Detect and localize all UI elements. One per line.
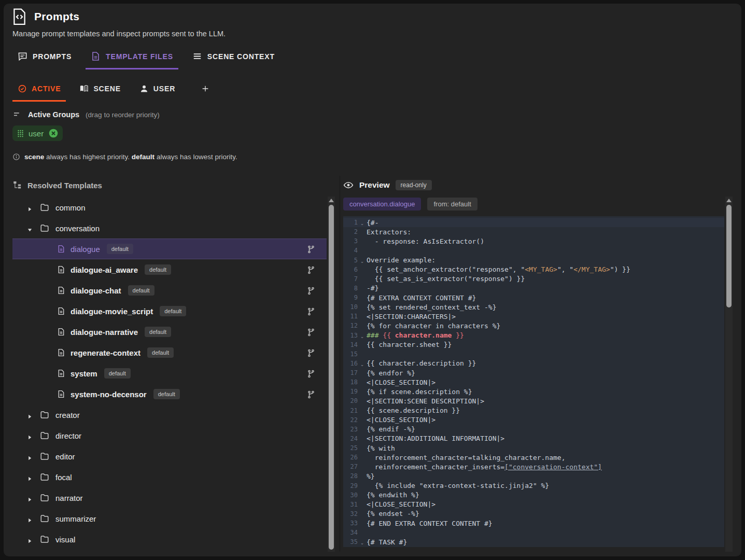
book-icon [79, 84, 89, 93]
fork-icon[interactable] [307, 370, 315, 377]
code-line-26: 26 reinforcement_character=talking_chara… [343, 453, 724, 462]
group-chip-user[interactable]: user [12, 125, 63, 141]
folder-icon [40, 493, 49, 502]
fold-gutter [358, 390, 367, 393]
code-text: {% if scene.description %} [367, 388, 472, 396]
code-line-12: 12{% for character in characters %} [343, 321, 724, 330]
readonly-badge: read-only [396, 180, 432, 190]
caret-right-icon[interactable] [27, 412, 33, 418]
fold-chevron-icon[interactable]: ⌄ [358, 360, 367, 367]
scroll-up-arrow[interactable] [726, 199, 732, 202]
file-icon [57, 390, 65, 398]
tree-folder-narrator[interactable]: narrator [12, 487, 327, 508]
line-number: 6 [343, 266, 358, 273]
template-tree[interactable]: commonconversationdialoguedefaultdialogu… [12, 197, 327, 549]
tree-folder-common[interactable]: common [12, 197, 327, 218]
line-number: 5 [343, 257, 358, 264]
fold-chevron-icon[interactable]: ⌄ [358, 219, 367, 226]
active-groups-header: Active Groups (drag to reorder priority) [12, 110, 733, 119]
line-number: 27 [343, 463, 358, 470]
tree-folder-visual[interactable]: visual [12, 529, 327, 549]
default-badge: default [160, 306, 186, 316]
code-text: {{ set_anchor_extractor("response", "<MY… [367, 265, 630, 273]
caret-down-icon[interactable] [27, 226, 33, 231]
scrollbar-thumb[interactable] [726, 205, 732, 307]
tree-file-dialogue-narrative[interactable]: dialogue-narrativedefault [12, 321, 327, 342]
fold-gutter [358, 475, 367, 477]
caret-right-icon[interactable] [27, 516, 33, 522]
folder-label: focal [55, 473, 72, 482]
tree-file-dialogue-movie_script[interactable]: dialogue-movie_scriptdefault [12, 301, 327, 321]
fork-icon[interactable] [307, 328, 315, 336]
tab-label: USER [153, 85, 175, 93]
folder-icon [40, 203, 49, 212]
fold-chevron-icon[interactable]: ⌄ [358, 332, 367, 339]
fold-chevron-icon[interactable]: ⌄ [358, 257, 367, 264]
scrollbar-thumb[interactable] [329, 205, 334, 550]
remove-group-icon[interactable] [48, 128, 59, 138]
code-text: {% set rendered_context_text -%} [367, 303, 496, 311]
code-text: {# EXTRA CONTEXT CONTENT #} [367, 294, 476, 302]
caret-right-icon[interactable] [27, 474, 33, 480]
fork-icon[interactable] [307, 390, 315, 398]
fork-icon[interactable] [307, 287, 315, 295]
active-groups-hint: (drag to reorder priority) [86, 111, 160, 119]
code-line-21: 21{{ scene.description }} [343, 406, 724, 415]
caret-right-icon[interactable] [27, 454, 33, 459]
tree-file-system-no-decensor[interactable]: system-no-decensordefault [12, 384, 327, 404]
code-line-1: 1⌄{#- [343, 218, 724, 227]
fork-icon[interactable] [307, 266, 315, 274]
code-text: ### {{ character.name }} [367, 331, 464, 339]
drag-handle-icon[interactable] [17, 130, 24, 137]
tab-active[interactable]: ACTIVE [12, 82, 66, 102]
tree-folder-editor[interactable]: editor [12, 446, 327, 467]
tab-scene[interactable]: SCENE [74, 82, 125, 102]
group-chip-row: user [12, 125, 733, 141]
fold-chevron-icon[interactable]: ⌄ [358, 538, 367, 545]
template-source-chip: from: default [427, 198, 477, 211]
code-line-5: 5⌄Override example: [343, 256, 724, 265]
code-line-9: 9{# EXTRA CONTEXT CONTENT #} [343, 293, 724, 302]
fork-icon[interactable] [307, 245, 315, 253]
tab-prompts[interactable]: PROMPTS [12, 48, 77, 69]
fold-gutter [358, 447, 367, 449]
caret-right-icon[interactable] [27, 495, 33, 501]
scroll-up-arrow[interactable] [329, 199, 334, 202]
code-editor[interactable]: 1⌄{#-2Extractors:3 - response: AsIsExtra… [343, 216, 724, 547]
preview-title: Preview [359, 180, 390, 190]
caret-right-icon[interactable] [27, 537, 33, 542]
preview-chip-row: conversation.dialogue from: default [343, 198, 733, 211]
line-number: 4 [343, 247, 358, 254]
tree-panel-title: Resolved Templates [27, 181, 102, 190]
tree-folder-focal[interactable]: focal [12, 467, 327, 487]
template-path-chip: conversation.dialogue [343, 198, 421, 211]
tree-file-dialogue-chat[interactable]: dialogue-chatdefault [12, 280, 327, 301]
tab-template-files[interactable]: TEMPLATE FILES [86, 48, 178, 69]
code-text: Extractors: [367, 228, 411, 236]
fork-icon[interactable] [307, 307, 315, 315]
tree-file-regenerate-context[interactable]: regenerate-contextdefault [12, 342, 327, 363]
caret-right-icon[interactable] [27, 205, 33, 211]
fork-icon[interactable] [307, 349, 315, 357]
tree-file-system[interactable]: systemdefault [12, 363, 327, 384]
tree-folder-director[interactable]: director [12, 425, 327, 446]
tree-file-dialogue-ai_aware[interactable]: dialogue-ai_awaredefault [12, 259, 327, 280]
code-text: {{ set_as_is_extractor("response") }} [367, 275, 525, 283]
tree-scrollbar[interactable] [328, 197, 335, 552]
code-text: <|SECTION:CHARACTERS|> [367, 313, 456, 320]
file-icon [57, 307, 65, 315]
tab-scene-context[interactable]: SCENE CONTEXT [187, 48, 280, 69]
code-line-6: 6 {{ set_anchor_extractor("response", "<… [343, 265, 724, 274]
tree-folder-conversation[interactable]: conversation [12, 218, 327, 239]
file-icon [57, 369, 65, 377]
add-group-tab-button[interactable] [189, 82, 215, 102]
tree-panel-header: Resolved Templates [12, 179, 335, 191]
tree-folder-creator[interactable]: creator [12, 404, 327, 425]
line-number: 8 [343, 285, 358, 292]
tree-folder-summarizer[interactable]: summarizer [12, 508, 327, 529]
preview-scrollbar[interactable] [725, 197, 733, 552]
tab-user[interactable]: USER [134, 82, 180, 102]
tree-file-dialogue[interactable]: dialoguedefault [12, 239, 327, 259]
caret-right-icon[interactable] [27, 433, 33, 439]
folder-label: narrator [55, 494, 83, 502]
